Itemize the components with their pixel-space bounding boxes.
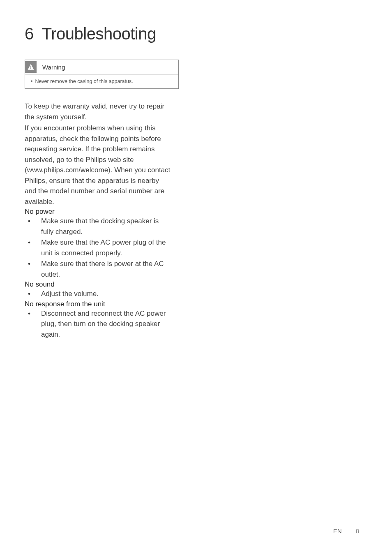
warning-label: Warning	[42, 64, 65, 71]
bullet-icon: •	[31, 79, 32, 84]
page-footer: EN 8	[333, 527, 359, 534]
warning-body: •Never remove the casing of this apparat…	[25, 74, 178, 88]
footer-page-number: 8	[356, 527, 359, 534]
warning-icon	[25, 61, 37, 73]
chapter-number: 6	[25, 25, 34, 43]
intro-paragraph-2: If you encounter problems when using thi…	[25, 123, 173, 207]
warning-header: Warning	[25, 60, 178, 74]
svg-rect-1	[30, 68, 31, 69]
no-response-label: No response from the unit	[25, 300, 173, 308]
no-sound-label: No sound	[25, 280, 173, 289]
list-item: Make sure that there is power at the AC …	[25, 259, 173, 280]
chapter-title-text: Troubleshooting	[42, 25, 156, 43]
chapter-title: 6Troubleshooting	[25, 25, 173, 43]
list-item: Disconnect and reconnect the AC power pl…	[25, 308, 173, 340]
list-item: Make sure that the docking speaker is fu…	[25, 216, 173, 237]
footer-language: EN	[333, 527, 342, 534]
no-response-list: Disconnect and reconnect the AC power pl…	[25, 308, 173, 340]
no-power-list: Make sure that the docking speaker is fu…	[25, 216, 173, 280]
list-item: Make sure that the AC power plug of the …	[25, 237, 173, 258]
intro-paragraph-1: To keep the warranty valid, never try to…	[25, 101, 173, 122]
warning-item: Never remove the casing of this apparatu…	[35, 79, 133, 84]
no-sound-list: Adjust the volume.	[25, 289, 173, 299]
no-power-label: No power	[25, 208, 173, 216]
warning-box: Warning •Never remove the casing of this…	[25, 60, 179, 89]
page-content: 6Troubleshooting Warning •Never remove t…	[0, 0, 197, 340]
svg-rect-0	[30, 66, 31, 68]
list-item: Adjust the volume.	[25, 289, 173, 299]
